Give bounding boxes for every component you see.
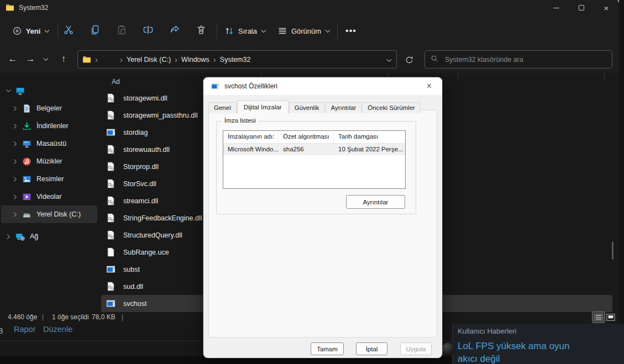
- sidebar-item-pictures[interactable]: Resimler: [1, 170, 97, 188]
- breadcrumb-segment-windows[interactable]: Windows: [181, 56, 209, 64]
- tab-güvenlik[interactable]: Güvenlik: [289, 102, 325, 113]
- chevron-right-icon[interactable]: [11, 158, 19, 165]
- sort-button[interactable]: Sırala: [220, 21, 271, 41]
- address-dropdown-icon[interactable]: [386, 55, 392, 65]
- file-name: StructuredQuery.dll: [123, 231, 182, 239]
- news-section-title: Kullanıcı Haberleri: [458, 327, 516, 335]
- up-button[interactable]: ↑: [55, 50, 72, 68]
- new-button[interactable]: Yeni: [8, 21, 54, 41]
- breadcrumb-chevron[interactable]: ›: [213, 55, 216, 64]
- maximize-button[interactable]: [569, 0, 594, 15]
- sidebar-item-downloads[interactable]: İndirilenler: [1, 117, 97, 135]
- edit-link[interactable]: Düzenle: [43, 325, 72, 334]
- tab-ayrıntılar[interactable]: Ayrıntılar: [325, 102, 361, 113]
- details-button[interactable]: Ayrıntılar: [346, 195, 405, 209]
- dll-file-icon: [106, 162, 116, 171]
- sidebar-item-videos[interactable]: Videolar: [1, 188, 97, 205]
- rename-button[interactable]: [138, 21, 158, 41]
- chevron-right-icon[interactable]: [11, 193, 19, 200]
- tab-genel[interactable]: Genel: [208, 102, 237, 113]
- sidebar-item-music[interactable]: Müzikler: [1, 152, 97, 170]
- pictures-icon: [22, 175, 32, 184]
- news-link[interactable]: LoL FPS yüksek ama oyun akıcı değil: [458, 340, 590, 364]
- ellipsis-icon: •••: [345, 26, 356, 36]
- search-input[interactable]: System32 klasöründe ara: [424, 50, 612, 68]
- signature-table-body: Microsoft Windo...sha25610 Şubat 2022 Pe…: [223, 144, 405, 155]
- details-view-toggle[interactable]: [592, 312, 605, 323]
- chevron-right-icon[interactable]: [4, 233, 12, 240]
- dll-file-icon: [106, 145, 116, 154]
- breadcrumb-segment-system32[interactable]: System32: [220, 56, 251, 64]
- sidebar-item-desktop[interactable]: Masaüstü: [1, 135, 97, 152]
- document-icon: [22, 104, 32, 113]
- breadcrumb-chevron[interactable]: ›: [175, 55, 177, 64]
- apply-button[interactable]: Uygula: [400, 342, 432, 355]
- chevron-down-icon[interactable]: [4, 87, 12, 94]
- dll-file-icon: [106, 179, 116, 188]
- ok-button[interactable]: Tamam: [311, 342, 344, 355]
- address-bar[interactable]: › ›Yerel Disk (C:)›Windows›System32: [77, 50, 397, 68]
- status-divider: |: [122, 313, 123, 321]
- forward-button[interactable]: →: [22, 50, 39, 68]
- search-placeholder: System32 klasöründe ara: [445, 56, 523, 64]
- report-link[interactable]: Rapor: [14, 325, 36, 334]
- paste-button[interactable]: [112, 21, 132, 41]
- chevron-down-icon: [44, 29, 50, 33]
- recent-locations-button[interactable]: [40, 50, 52, 68]
- sidebar-item-label: Yerel Disk (C:): [36, 210, 81, 218]
- breadcrumb-chevron[interactable]: ›: [120, 55, 123, 64]
- application-icon: [211, 82, 219, 91]
- file-name: subst: [123, 266, 140, 273]
- sidebar-item-label: Videolar: [36, 193, 62, 201]
- breadcrumb-segment-yerel-disk-c-[interactable]: Yerel Disk (C:): [127, 56, 171, 64]
- table-column-header[interactable]: Özet algoritması: [279, 131, 334, 144]
- cut-button[interactable]: [59, 21, 78, 41]
- sidebar-item-documents[interactable]: Belgeler: [1, 99, 97, 117]
- sidebar-item-this-pc[interactable]: [1, 82, 97, 99]
- videos-icon: [22, 192, 32, 202]
- file-name: storagewmi.dll: [123, 94, 167, 102]
- sidebar-item-network[interactable]: Ağ: [1, 228, 97, 245]
- chevron-right-icon[interactable]: [11, 211, 19, 218]
- view-button[interactable]: Görünüm: [274, 21, 334, 41]
- sidebar-item-local-disk-c[interactable]: Yerel Disk (C:): [1, 205, 97, 223]
- selection-count: 1 öğe seçildi: [52, 313, 89, 321]
- minimize-button[interactable]: [543, 0, 569, 15]
- delete-button[interactable]: [191, 21, 211, 41]
- file-name: stordiag: [123, 129, 148, 136]
- toolbar-separator: [337, 23, 338, 39]
- desktop: 8 Rapor Düzenle Kullanıcı Haberleri LoL …: [0, 0, 624, 364]
- dialog-close-icon[interactable]: ×: [423, 80, 435, 92]
- chevron-right-icon[interactable]: [11, 140, 19, 147]
- folder-icon: [82, 55, 91, 64]
- back-button[interactable]: ←: [4, 50, 21, 68]
- sidebar-item-label: Belgeler: [36, 104, 62, 112]
- cancel-button[interactable]: İptal: [356, 342, 387, 355]
- chevron-right-icon[interactable]: [11, 123, 19, 129]
- more-options-button[interactable]: •••: [340, 21, 361, 41]
- close-button[interactable]: ×: [594, 0, 619, 15]
- share-button[interactable]: [165, 21, 185, 41]
- tab-dijital-i-mzalar[interactable]: Dijital İmzalar: [237, 101, 289, 114]
- refresh-button[interactable]: [401, 52, 417, 67]
- app-file-icon: [106, 299, 116, 308]
- vertical-scrollbar-thumb[interactable]: [612, 241, 613, 260]
- dialog-tabs: GenelDijital İmzalarGüvenlikAyrıntılarÖn…: [208, 99, 421, 113]
- window-title: System32: [19, 4, 48, 12]
- table-column-header[interactable]: Tarih damgası: [334, 131, 405, 144]
- minimize-icon: [553, 8, 559, 8]
- file-name: svchost: [123, 300, 146, 308]
- column-divider[interactable]: [604, 73, 605, 80]
- drive-icon: [22, 210, 32, 219]
- file-name: StorSvc.dll: [123, 180, 156, 188]
- tab-önceki-sürümler[interactable]: Önceki Sürümler: [362, 102, 421, 113]
- chevron-right-icon[interactable]: [11, 105, 19, 112]
- chevron-right-icon[interactable]: [11, 176, 19, 182]
- large-icons-view-toggle[interactable]: [605, 312, 617, 323]
- column-divider[interactable]: [458, 73, 458, 80]
- signature-row[interactable]: Microsoft Windo...sha25610 Şubat 2022 Pe…: [223, 144, 405, 155]
- copy-button[interactable]: [85, 21, 105, 41]
- download-icon: [22, 122, 32, 131]
- breadcrumb: ›Yerel Disk (C:)›Windows›System32: [116, 55, 250, 64]
- table-column-header[interactable]: İmzalayanın adı:: [223, 131, 279, 144]
